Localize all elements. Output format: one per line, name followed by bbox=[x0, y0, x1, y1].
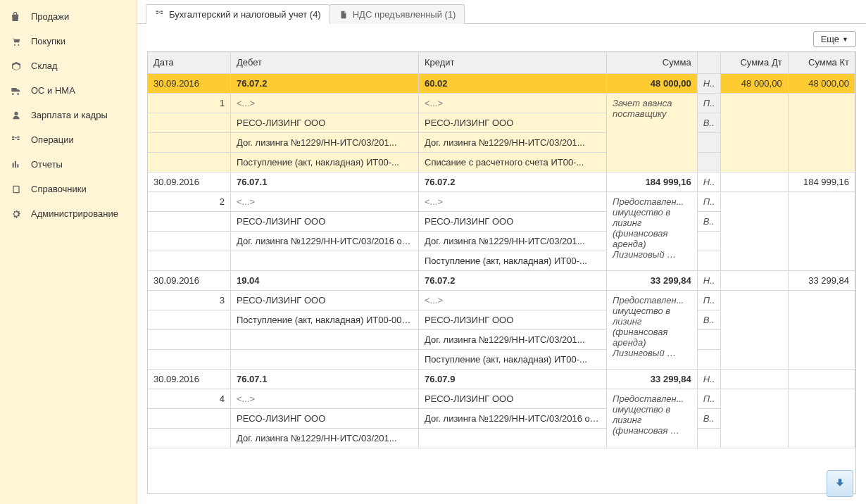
postings-table: Дата Дебет Кредит Сумма Сумма Дт Сумма К… bbox=[148, 52, 855, 448]
col-debit[interactable]: Дебет bbox=[231, 52, 419, 73]
sidebar-item-label: Отчеты bbox=[31, 159, 63, 170]
doc-icon bbox=[339, 10, 349, 20]
entry-header[interactable]: 30.09.2016 19.04 76.07.2 33 299,84 Н.. 3… bbox=[148, 270, 855, 290]
sidebar-item-label: Зарплата и кадры bbox=[31, 110, 108, 120]
sidebar-item-label: Администрирование bbox=[31, 208, 118, 219]
entry-row[interactable]: 1 <...> <...> Зачет аванса поставщику П.… bbox=[148, 93, 855, 113]
tabs: Бухгалтерский и налоговый учет (4) НДС п… bbox=[137, 0, 866, 24]
sidebar: Продажи Покупки Склад ОС и НМА Зарплата … bbox=[0, 0, 137, 504]
bag-icon bbox=[10, 11, 23, 23]
gear-icon bbox=[10, 208, 23, 220]
sidebar-item-label: Склад bbox=[31, 61, 58, 71]
tab-label: Бухгалтерский и налоговый учет (4) bbox=[169, 9, 321, 20]
scroll-down-button[interactable] bbox=[827, 470, 853, 497]
box-icon bbox=[10, 60, 23, 73]
book-icon bbox=[10, 183, 23, 196]
entry-header[interactable]: 30.09.2016 76.07.2 60.02 48 000,00 Н.. 4… bbox=[148, 73, 855, 93]
grid[interactable]: Дата Дебет Кредит Сумма Сумма Дт Сумма К… bbox=[147, 51, 856, 494]
col-date[interactable]: Дата bbox=[148, 52, 231, 73]
tab-1[interactable]: НДС предъявленный (1) bbox=[330, 4, 465, 24]
toolbar: Еще ▼ bbox=[137, 24, 866, 51]
sidebar-item-label: Продажи bbox=[31, 11, 69, 22]
entry-row[interactable]: 3 РЕСО-ЛИЗИНГ ООО <...> Предоставлен... … bbox=[148, 290, 855, 310]
col-sum-kt[interactable]: Сумма Кт bbox=[788, 52, 855, 73]
tab-label: НДС предъявленный (1) bbox=[353, 9, 456, 20]
more-button[interactable]: Еще ▼ bbox=[813, 31, 856, 47]
sidebar-item-label: Операции bbox=[31, 134, 74, 145]
col-sum-dt[interactable]: Сумма Дт bbox=[721, 52, 788, 73]
sidebar-item-label: ОС и НМА bbox=[31, 85, 75, 96]
truck-icon bbox=[10, 84, 23, 97]
more-button-label: Еще bbox=[821, 34, 839, 44]
entry-row[interactable]: 4 <...> РЕСО-ЛИЗИНГ ООО Предоставлен... … bbox=[148, 389, 855, 408]
sidebar-item-1[interactable]: Покупки bbox=[0, 29, 137, 53]
chart-icon bbox=[10, 158, 23, 171]
sidebar-item-label: Покупки bbox=[31, 36, 65, 46]
sidebar-item-4[interactable]: Зарплата и кадры bbox=[0, 103, 137, 127]
cart-icon bbox=[10, 35, 23, 48]
entry-header[interactable]: 30.09.2016 76.07.1 76.07.9 33 299,84 Н.. bbox=[148, 369, 855, 389]
entry-header[interactable]: 30.09.2016 76.07.1 76.07.2 184 999,16 Н.… bbox=[148, 172, 855, 191]
sidebar-item-7[interactable]: Справочники bbox=[0, 177, 137, 201]
grid-wrap: Дата Дебет Кредит Сумма Сумма Дт Сумма К… bbox=[137, 51, 866, 504]
sidebar-item-6[interactable]: Отчеты bbox=[0, 152, 137, 177]
sidebar-item-2[interactable]: Склад bbox=[0, 53, 137, 78]
entry-row[interactable]: 2 <...> <...> Предоставлен... имущество … bbox=[148, 191, 855, 211]
dtkt-icon bbox=[155, 9, 165, 19]
table-header-row: Дата Дебет Кредит Сумма Сумма Дт Сумма К… bbox=[148, 52, 855, 73]
sidebar-item-8[interactable]: Администрирование bbox=[0, 201, 137, 226]
main-area: Бухгалтерский и налоговый учет (4) НДС п… bbox=[137, 0, 866, 504]
col-op[interactable] bbox=[697, 52, 721, 73]
sidebar-item-label: Справочники bbox=[31, 184, 87, 194]
person-icon bbox=[10, 109, 23, 122]
col-sum[interactable]: Сумма bbox=[607, 52, 698, 73]
sidebar-item-0[interactable]: Продажи bbox=[0, 4, 137, 29]
sidebar-item-3[interactable]: ОС и НМА bbox=[0, 78, 137, 103]
sidebar-item-5[interactable]: Операции bbox=[0, 127, 137, 152]
col-credit[interactable]: Кредит bbox=[419, 52, 607, 73]
dtkt-icon bbox=[10, 134, 23, 146]
chevron-down-icon: ▼ bbox=[842, 36, 848, 43]
tab-0[interactable]: Бухгалтерский и налоговый учет (4) bbox=[146, 4, 330, 24]
